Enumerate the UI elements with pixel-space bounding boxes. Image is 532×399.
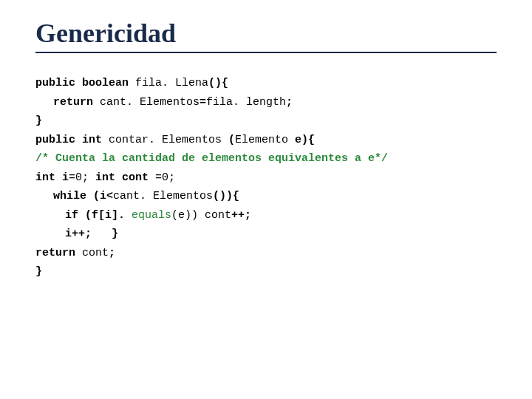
code-block: public boolean fila. Llena(){ return can…	[35, 74, 497, 282]
code-line: public int contar. Elementos (Elemento e…	[35, 131, 497, 150]
code-line: if (f[i]. equals(e)) cont++;	[35, 206, 497, 225]
code-line: return cont;	[35, 244, 497, 263]
code-line: }	[35, 262, 497, 282]
code-line: public boolean fila. Llena(){	[35, 74, 497, 93]
code-line: }	[35, 112, 497, 131]
code-line: return cant. Elementos=fila. length;	[35, 93, 497, 112]
code-line: i++; }	[35, 225, 497, 244]
code-line: while (i<cant. Elementos()){	[35, 187, 497, 206]
page-title: Genericidad	[35, 18, 497, 53]
code-line: int i=0; int cont =0;	[35, 168, 497, 188]
code-comment: /* Cuenta la cantidad de elementos equiv…	[35, 149, 497, 168]
